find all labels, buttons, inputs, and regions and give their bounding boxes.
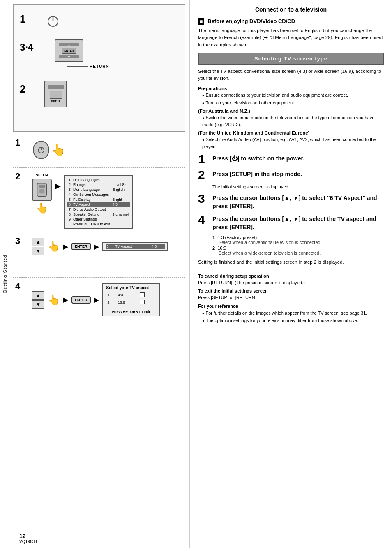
step1-content: 👆 bbox=[33, 137, 66, 159]
return-label: RETURN bbox=[90, 64, 109, 69]
step-r4-num: 4 bbox=[198, 214, 212, 226]
svg-rect-5 bbox=[39, 185, 45, 188]
step3-section: 3 ▲ ▼ 👆 ▶ ENTER ▶ 6TV Aspect4:3 bbox=[13, 232, 185, 277]
uk-bullets: Select the Audio/Video (AV) position, e.… bbox=[202, 136, 384, 150]
device-34: ▲ ENTER ▼ bbox=[55, 39, 83, 62]
enter-btn-4: ENTER bbox=[71, 296, 91, 304]
down-arrow-btn: ▼ bbox=[32, 247, 44, 255]
prep-bullet-2: Turn on your television and other equipm… bbox=[202, 100, 384, 107]
tv-aspect-box: Select your TV aspect 14:3 216:9 Press R… bbox=[102, 283, 160, 316]
option-2-label: 16:9 bbox=[217, 246, 226, 251]
step-r2-sub: The initial settings screen is displayed… bbox=[212, 184, 384, 189]
arrow-right-4: ▶ bbox=[63, 296, 68, 304]
sidebar-label: Getting Started bbox=[2, 255, 7, 293]
section-icon: ■ bbox=[198, 18, 204, 25]
hand-icon-3: 👆 bbox=[48, 241, 60, 252]
right-panel: Connection to a television ■ Before enjo… bbox=[190, 0, 392, 548]
preparations: Preparations Ensure connections to your … bbox=[198, 86, 384, 106]
step-r1-num: 1 bbox=[198, 153, 212, 165]
page-number: 12 bbox=[19, 533, 37, 539]
step-r3-text: Press the cursor buttons [▲, ▼] to selec… bbox=[212, 193, 384, 210]
banner-box: Selecting TV screen type bbox=[198, 53, 384, 65]
arrow-right-3: ▶ bbox=[63, 243, 68, 251]
step-r2-text: Press [SETUP] in the stop mode. bbox=[212, 169, 302, 179]
option-2-sub: Select when a wide-screen television is … bbox=[219, 251, 384, 255]
step2-label-main: 2 bbox=[20, 83, 25, 95]
for-uk: (For the United Kingdom and Continental … bbox=[198, 130, 384, 150]
hand-icon-2: 👆 bbox=[36, 202, 48, 214]
main-diagram: 1 3·4 ▲ ENTER ▼ RETURN 2 bbox=[13, 4, 185, 132]
page-number-area: 12 VQT9633 bbox=[19, 533, 37, 544]
down-arrow-btn-4: ▼ bbox=[32, 300, 44, 309]
step1-label-main: 1 bbox=[20, 13, 25, 26]
menu-display-3: 6TV Aspect4:3 bbox=[102, 242, 168, 251]
exit-heading: To exit the initial settings screen bbox=[198, 288, 384, 293]
cancel-heading: To cancel during setup operation bbox=[198, 274, 384, 279]
uk-heading: (For the United Kingdom and Continental … bbox=[198, 130, 384, 135]
before-section: ■ Before enjoying DVD/Video CD/CD The me… bbox=[198, 18, 384, 49]
option-1-num: 1 bbox=[212, 235, 216, 240]
cancel-text: Press [RETURN]. (The previous screen is … bbox=[198, 279, 384, 286]
step-r4: 4 Press the cursor buttons [▲, ▼] to sel… bbox=[198, 214, 384, 231]
option-2: 2 16:9 Select when a wide-screen televis… bbox=[212, 246, 384, 255]
exit-text: Press [SETUP] or [RETURN]. bbox=[198, 294, 384, 301]
option-2-num: 2 bbox=[212, 246, 216, 251]
step-r3-num: 3 bbox=[198, 193, 212, 205]
prep-heading: Preparations bbox=[198, 86, 384, 91]
step-r2-num: 2 bbox=[198, 169, 212, 181]
power-button-diagram bbox=[46, 15, 60, 29]
step4-section: 4 ▲ ▼ 👆 ▶ ENTER ▶ Select your TV aspect … bbox=[13, 277, 185, 323]
step3-num: 3 bbox=[15, 236, 25, 246]
steps-container: 1 Press [⏻] to switch on the power. 2 Pr… bbox=[198, 153, 384, 231]
vqt-number: VQT9633 bbox=[19, 539, 37, 544]
for-australia: (For Australia and N.Z.) Switch the vide… bbox=[198, 109, 384, 128]
before-text: The menu language for this player has be… bbox=[198, 27, 384, 49]
prep-bullet-1: Ensure connections to your television an… bbox=[202, 92, 384, 99]
page-title: Connection to a television bbox=[198, 6, 384, 13]
ref-bullet-2: The optimum settings for your television… bbox=[202, 317, 384, 324]
svg-rect-6 bbox=[39, 189, 44, 194]
tv-exit-text: Press RETURN to exit bbox=[106, 308, 156, 314]
step-r1: 1 Press [⏻] to switch on the power. bbox=[198, 153, 384, 165]
options-container: 1 4:3 (Factory preset) Select when a con… bbox=[212, 235, 384, 255]
up-arrow-btn-4: ▲ bbox=[32, 291, 44, 300]
step2-num: 2 bbox=[15, 171, 25, 182]
setting-done-text: Setting is finished and the initial sett… bbox=[198, 259, 384, 266]
up-arrow-btn: ▲ bbox=[32, 238, 44, 246]
tv-aspect-title: Select your TV aspect bbox=[106, 286, 156, 290]
option-1: 1 4:3 (Factory preset) Select when a con… bbox=[212, 235, 384, 245]
menu-display-2: 1Disc Languages2RatingsLevel 8↑3Menu Lan… bbox=[64, 175, 133, 229]
hand-icon-4: 👆 bbox=[48, 294, 60, 306]
arrow-right-2: ▶ bbox=[55, 173, 61, 190]
before-heading: Before enjoying DVD/Video CD/CD bbox=[208, 18, 295, 24]
left-panel: 1 3·4 ▲ ENTER ▼ RETURN 2 bbox=[9, 0, 190, 548]
step4-content: ▲ ▼ 👆 ▶ ENTER ▶ Select your TV aspect 14… bbox=[32, 281, 160, 316]
step2-section: 2 SETUP 👆 ▶ 1Disc L bbox=[13, 167, 185, 232]
step1-num: 1 bbox=[15, 137, 25, 148]
aus-heading: (For Australia and N.Z.) bbox=[198, 109, 384, 114]
step-r3: 3 Press the cursor buttons [▲, ▼] to sel… bbox=[198, 193, 384, 210]
arrow-right-3b: ▶ bbox=[94, 243, 99, 251]
hand-icon-1: 👆 bbox=[51, 143, 66, 157]
step-r1-text: Press [⏻] to switch on the power. bbox=[212, 153, 304, 163]
connector-lines bbox=[18, 127, 181, 127]
sidebar: Getting Started bbox=[0, 0, 9, 548]
return-arrow: RETURN bbox=[67, 64, 109, 69]
step-r4-text: Press the cursor buttons [▲, ▼] to selec… bbox=[212, 214, 384, 231]
reference-heading: For your reference bbox=[198, 304, 384, 309]
step1-section: 1 👆 bbox=[13, 134, 185, 167]
enter-btn-3: ENTER bbox=[71, 243, 91, 250]
banner-text: Selecting TV screen type bbox=[254, 56, 327, 62]
option-1-label: 4:3 (Factory preset) bbox=[217, 235, 257, 240]
uk-bullet-1: Select the Audio/Video (AV) position, e.… bbox=[202, 136, 384, 150]
power-icon-step1 bbox=[33, 141, 49, 159]
step4-num: 4 bbox=[15, 281, 25, 292]
option-1-sub: Select when a conventional television is… bbox=[219, 240, 384, 245]
device-2: SETUP bbox=[44, 81, 67, 107]
step3-content: ▲ ▼ 👆 ▶ ENTER ▶ 6TV Aspect4:3 bbox=[32, 236, 168, 255]
info-box: To cancel during setup operation Press [… bbox=[198, 270, 384, 324]
select-text: Select the TV aspect, conventional size … bbox=[198, 68, 384, 82]
step2-content: SETUP 👆 ▶ 1Disc Languages2RatingsLevel bbox=[32, 171, 133, 229]
aus-bullet-1: Switch the video input mode on the telev… bbox=[202, 114, 384, 128]
arrow-right-4b: ▶ bbox=[94, 296, 99, 304]
